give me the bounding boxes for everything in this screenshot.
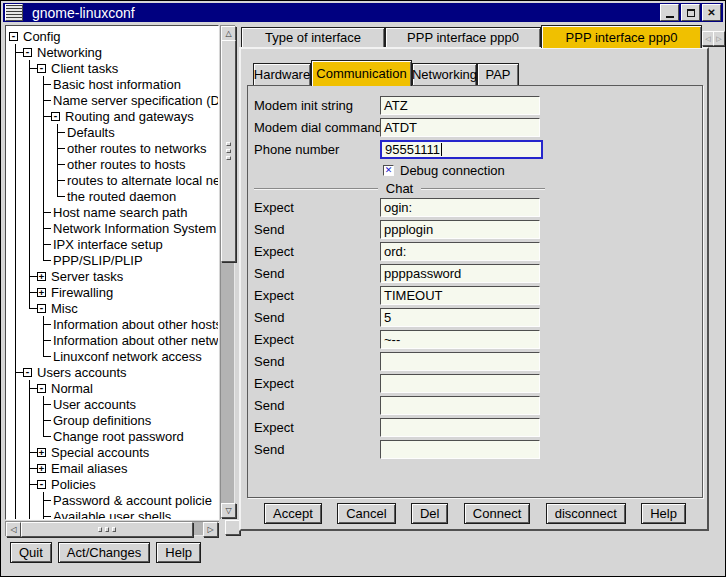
inner-tab[interactable]: PAP: [477, 63, 519, 85]
expander-minus-icon[interactable]: -: [9, 32, 18, 41]
inner-tab[interactable]: Hardware: [253, 63, 311, 85]
disconnect-button[interactable]: disconnect: [546, 503, 626, 524]
tree-item[interactable]: +Email aliases: [9, 460, 218, 476]
tree-item[interactable]: Basic host information: [9, 76, 218, 92]
tree-item[interactable]: Information about other netw: [9, 332, 218, 348]
tree-horizontal-scrollbar[interactable]: ◁ ▷: [5, 521, 219, 536]
outer-tab[interactable]: Type of interface: [241, 27, 385, 47]
scroll-left-icon[interactable]: ◁: [6, 522, 21, 537]
tab-scroll-right-icon[interactable]: ▷: [713, 31, 725, 46]
text-entry[interactable]: [380, 440, 540, 459]
tree-item[interactable]: -Config: [9, 28, 218, 44]
tree-item[interactable]: -Users accounts: [9, 364, 218, 380]
del-button[interactable]: Del: [411, 503, 449, 524]
tree-item[interactable]: routes to alternate local ne: [9, 172, 218, 188]
expander-minus-icon[interactable]: -: [23, 48, 32, 57]
main-button-row: QuitAct/ChangesHelp: [10, 542, 201, 563]
tree-item[interactable]: Information about other hosts: [9, 316, 218, 332]
quit-button[interactable]: Quit: [10, 542, 52, 563]
tree-item-label: Email aliases: [49, 461, 128, 476]
tree-item[interactable]: Name server specification (D: [9, 92, 218, 108]
expander-plus-icon[interactable]: +: [37, 448, 46, 457]
tree-item[interactable]: Group definitions: [9, 412, 218, 428]
text-entry[interactable]: ATZ: [380, 96, 540, 115]
accept-button[interactable]: Accept: [264, 503, 322, 524]
tree-item[interactable]: the routed daemon: [9, 188, 218, 204]
help-button[interactable]: Help: [641, 503, 686, 524]
tree-item[interactable]: -Misc: [9, 300, 218, 316]
outer-tab[interactable]: PPP interface ppp0: [385, 27, 541, 47]
text-entry[interactable]: TIMEOUT: [380, 286, 540, 305]
tree-connector: [37, 412, 51, 428]
text-entry[interactable]: [380, 396, 540, 415]
tree-item[interactable]: -Policies: [9, 476, 218, 492]
text-entry[interactable]: ~--: [380, 330, 540, 349]
text-entry[interactable]: ogin:: [380, 198, 540, 217]
scroll-up-icon[interactable]: △: [221, 26, 236, 41]
expander-minus-icon[interactable]: -: [37, 384, 46, 393]
tree-item[interactable]: +Firewalling: [9, 284, 218, 300]
expander-minus-icon[interactable]: -: [37, 304, 46, 313]
expander-plus-icon[interactable]: +: [37, 464, 46, 473]
tree-item[interactable]: -Client tasks: [9, 60, 218, 76]
tree-item[interactable]: Available user shells: [9, 508, 218, 520]
field-label: Send: [254, 222, 380, 237]
text-entry[interactable]: ppplogin: [380, 220, 540, 239]
inner-tab[interactable]: Networking: [412, 63, 477, 85]
expander-minus-icon[interactable]: -: [37, 480, 46, 489]
tree-connector: [23, 476, 37, 492]
tree-item-label: PPP/SLIP/PLIP: [51, 253, 143, 268]
close-button[interactable]: ✕: [702, 4, 721, 21]
expander-minus-icon[interactable]: -: [51, 112, 60, 121]
tree-item[interactable]: Password & account policie: [9, 492, 218, 508]
tree-item[interactable]: Host name search path: [9, 204, 218, 220]
tree-rail: [23, 396, 37, 412]
connect-button[interactable]: Connect: [464, 503, 530, 524]
text-entry[interactable]: ord:: [380, 242, 540, 261]
text-entry[interactable]: [380, 374, 540, 393]
tree-item[interactable]: Network Information System: [9, 220, 218, 236]
scroll-down-icon[interactable]: ▽: [221, 503, 236, 518]
window-menu-icon[interactable]: [5, 4, 23, 21]
minimize-button[interactable]: [660, 4, 679, 21]
expander-plus-icon[interactable]: +: [37, 288, 46, 297]
tree-item[interactable]: +Server tasks: [9, 268, 218, 284]
outer-tab[interactable]: PPP interface ppp0: [541, 25, 702, 48]
text-entry[interactable]: [380, 418, 540, 437]
tree-item[interactable]: other routes to networks: [9, 140, 218, 156]
field-label: Expect: [254, 244, 380, 259]
tree-item[interactable]: IPX interface setup: [9, 236, 218, 252]
tree-item[interactable]: other routes to hosts: [9, 156, 218, 172]
text-entry[interactable]: [380, 352, 540, 371]
vertical-scroll-thumb[interactable]: [221, 40, 236, 262]
text-entry[interactable]: ppppassword: [380, 264, 540, 283]
tree-item[interactable]: -Networking: [9, 44, 218, 60]
tree-connector: [37, 220, 51, 236]
text-entry[interactable]: 95551111: [380, 140, 543, 159]
inner-tab[interactable]: Communication: [311, 60, 412, 86]
tree-item[interactable]: -Routing and gateways: [9, 108, 218, 124]
tree-item[interactable]: +Special accounts: [9, 444, 218, 460]
tree-item[interactable]: Change root password: [9, 428, 218, 444]
horizontal-scroll-thumb[interactable]: [21, 522, 193, 537]
tree-item[interactable]: Defaults: [9, 124, 218, 140]
act-changes-button[interactable]: Act/Changes: [58, 542, 150, 563]
help-button[interactable]: Help: [156, 542, 201, 563]
text-entry[interactable]: ATDT: [380, 118, 540, 137]
tree-vertical-scrollbar[interactable]: △ ▽: [220, 25, 235, 519]
tree-item[interactable]: User accounts: [9, 396, 218, 412]
expander-minus-icon[interactable]: -: [23, 368, 32, 377]
tree-item[interactable]: PPP/SLIP/PLIP: [9, 252, 218, 268]
tree-item[interactable]: -Normal: [9, 380, 218, 396]
scrollbar-corner-grip[interactable]: [225, 520, 240, 535]
tree-connector: [51, 140, 65, 156]
maximize-button[interactable]: [681, 4, 700, 21]
text-entry[interactable]: 5: [380, 308, 540, 327]
expander-minus-icon[interactable]: -: [37, 64, 46, 73]
tree-item[interactable]: Linuxconf network access: [9, 348, 218, 364]
cancel-button[interactable]: Cancel: [337, 503, 395, 524]
tree-connector: [37, 508, 51, 520]
debug-connection-checkbox[interactable]: ✕: [383, 165, 394, 176]
expander-plus-icon[interactable]: +: [37, 272, 46, 281]
scroll-right-icon[interactable]: ▷: [203, 522, 218, 537]
